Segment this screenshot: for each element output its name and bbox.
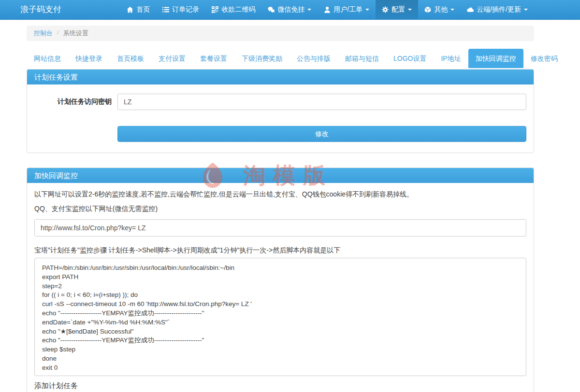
callback-monitor-panel: 加快回调监控 以下网址可以设置2-6秒的监控速度,若不监控,云端会帮忙监控,但是…	[27, 168, 534, 392]
brand-title[interactable]: 浪子码支付	[20, 0, 61, 19]
nav-item-label: 微信免挂	[277, 5, 304, 14]
cron-key-row: 计划任务访问密钥	[34, 94, 526, 110]
monitor-desc-baota: 宝塔"计划任务"监控步骤 计划任务->Shell脚本->执行周期改成"1分钟"执…	[34, 246, 526, 254]
monitor-url-input[interactable]	[34, 219, 526, 237]
nav-item-qrcode[interactable]: 收款二维码	[205, 0, 261, 19]
tab-site-info[interactable]: 网站信息	[27, 49, 68, 68]
tab-ip[interactable]: IP地址	[434, 49, 468, 68]
cron-settings-panel: 计划任务设置 计划任务访问密钥 修改	[27, 69, 534, 153]
cron-key-input[interactable]	[117, 94, 526, 110]
home-icon	[127, 6, 133, 13]
tab-password[interactable]: 修改密码	[523, 49, 565, 68]
add-cron-note: 添加计划任务	[34, 380, 526, 392]
tab-callback-monitor[interactable]: 加快回调监控	[468, 49, 523, 68]
tab-reward[interactable]: 下级消费奖励	[234, 49, 290, 68]
monitor-desc-speed: 以下网址可以设置2-6秒的监控速度,若不监控,云端会帮忙监控,但是云端一旦出错,…	[34, 190, 526, 198]
user-icon	[324, 6, 331, 13]
modify-button[interactable]: 修改	[117, 126, 526, 142]
cron-panel-title: 计划任务设置	[27, 70, 534, 84]
cron-key-label: 计划任务访问密钥	[34, 98, 117, 106]
nav-item-label: 首页	[136, 5, 150, 14]
nav-item-config[interactable]: 配置	[376, 0, 418, 19]
nav-item-label: 配置	[392, 5, 405, 14]
nav-item-label: 其他	[434, 5, 448, 14]
nav-item-home[interactable]: 首页	[120, 0, 156, 19]
chevron-down-icon	[408, 9, 412, 11]
nav-item-label: 订单记录	[172, 5, 199, 14]
box-icon	[424, 6, 431, 13]
qrcode-icon	[212, 6, 218, 13]
cron-panel-body: 计划任务访问密钥 修改	[27, 84, 534, 153]
monitor-panel-body: 以下网址可以设置2-6秒的监控速度,若不监控,云端会帮忙监控,但是云端一旦出错,…	[27, 183, 534, 392]
shell-script-textarea[interactable]: PATH=/bin:/sbin:/usr/bin:/usr/sbin:/usr/…	[34, 258, 526, 376]
cloud-icon	[467, 6, 474, 13]
chevron-down-icon	[450, 9, 454, 11]
monitor-desc-url: QQ、支付宝监控以下网址(微信无需监控)	[34, 205, 526, 213]
settings-tabs: 网站信息 快捷登录 首页模板 支付设置 套餐设置 下级消费奖励 公告与排版 邮箱…	[27, 49, 534, 68]
tab-home-template[interactable]: 首页模板	[110, 49, 151, 68]
list-icon	[162, 6, 169, 13]
nav-item-label: 收款二维码	[221, 5, 255, 14]
breadcrumb-current: 系统设置	[63, 29, 88, 38]
cron-submit-row: 修改	[117, 126, 526, 142]
tab-package[interactable]: 套餐设置	[193, 49, 234, 68]
breadcrumb-separator: /	[57, 29, 59, 38]
main-container: 控制台 / 系统设置 网站信息 快捷登录 首页模板 支付设置 套餐设置 下级消费…	[27, 26, 534, 392]
nav-item-label: 用户/工单	[334, 5, 362, 14]
tab-mail-sms[interactable]: 邮箱与短信	[338, 49, 386, 68]
nav-item-cloud[interactable]: 云端/插件/更新	[461, 0, 534, 19]
nav-item-other[interactable]: 其他	[418, 0, 461, 19]
nav-item-orders[interactable]: 订单记录	[156, 0, 205, 19]
gear-icon	[382, 6, 389, 13]
top-navbar: 浪子码支付 首页 订单记录 收款二维码 微信免挂 用户/工单 配置	[0, 0, 580, 20]
nav-menu: 首页 订单记录 收款二维码 微信免挂 用户/工单 配置 其他	[120, 0, 534, 19]
nav-item-wechat[interactable]: 微信免挂	[261, 0, 318, 19]
breadcrumb: 控制台 / 系统设置	[27, 26, 534, 41]
tab-logo[interactable]: LOGO设置	[386, 49, 434, 68]
chevron-down-icon	[365, 9, 369, 11]
monitor-panel-title: 加快回调监控	[27, 168, 534, 183]
chevron-down-icon	[307, 9, 311, 11]
tab-quick-login[interactable]: 快捷登录	[68, 49, 110, 68]
tab-announcement[interactable]: 公告与排版	[290, 49, 338, 68]
nav-item-label: 云端/插件/更新	[477, 5, 521, 14]
wechat-icon	[268, 6, 275, 13]
chevron-down-icon	[524, 9, 528, 11]
nav-item-users[interactable]: 用户/工单	[318, 0, 376, 19]
tab-payment[interactable]: 支付设置	[151, 49, 193, 68]
breadcrumb-home-link[interactable]: 控制台	[34, 29, 53, 38]
